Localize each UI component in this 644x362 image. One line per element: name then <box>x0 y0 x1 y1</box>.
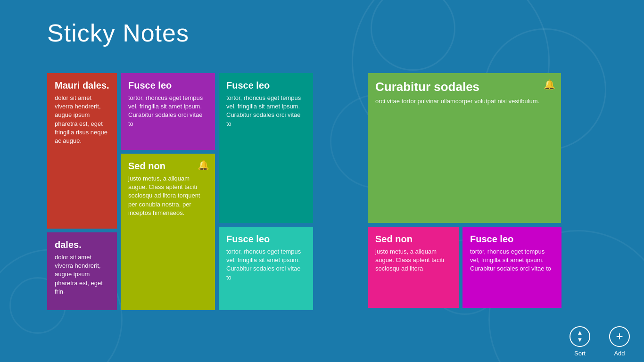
note-sed-non-title: Sed non <box>128 160 207 172</box>
note-fusce1-body: tortor, rhoncus eget tempus vel, fringil… <box>128 94 207 128</box>
page-title: Sticky Notes <box>47 19 189 47</box>
note-sed-non-body: justo metus, a aliquam augue. Class apte… <box>128 174 207 217</box>
note-curabitur-body: orci vitae tortor pulvinar ullamcorper v… <box>375 97 553 106</box>
note-bottom-row: Sed non justo metus, a aliquam augue. Cl… <box>368 227 561 308</box>
note-fusce-magenta[interactable]: Fusce leo tortor, rhoncus eget tempus ve… <box>462 227 561 308</box>
notes-column-1: Fusce leo tortor, rhoncus eget tempus ve… <box>121 73 215 310</box>
note-fusce1[interactable]: Fusce leo tortor, rhoncus eget tempus ve… <box>121 73 215 150</box>
sort-arrows-icon: ▲ ▼ <box>577 329 583 343</box>
note-fusce1-title: Fusce leo <box>128 80 207 91</box>
bell-icon-green: 🔔 <box>544 79 555 90</box>
note-fusce-teal2-body: tortor, rhoncus eget tempus vel, fringil… <box>226 247 305 282</box>
notes-grid: Mauri dales. dolor sit amet viverra hend… <box>47 73 561 310</box>
note-dales-body: dolor sit amet viverra hendrerit, augue … <box>55 253 109 296</box>
note-dales-bottom[interactable]: dales. dolor sit amet viverra hendrerit,… <box>47 232 117 310</box>
note-sed-non2-title: Sed non <box>375 233 451 245</box>
notes-column-0: Mauri dales. dolor sit amet viverra hend… <box>47 73 117 310</box>
note-fusce-teal2-title: Fusce leo <box>226 233 305 245</box>
sort-label: Sort <box>574 350 586 357</box>
sort-icon[interactable]: ▲ ▼ <box>570 326 590 347</box>
add-label: Add <box>614 350 625 357</box>
note-fusce-teal2[interactable]: Fusce leo tortor, rhoncus eget tempus ve… <box>219 227 313 310</box>
add-icon[interactable]: + <box>609 326 630 347</box>
note-fusce-teal-title: Fusce leo <box>226 80 305 91</box>
note-fusce-teal-body: tortor, rhoncus eget tempus vel, fringil… <box>226 94 305 128</box>
note-mauri-title: Mauri dales. <box>55 80 109 91</box>
note-sed-non2[interactable]: Sed non justo metus, a aliquam augue. Cl… <box>368 227 459 308</box>
sort-button[interactable]: ▲ ▼ Sort <box>570 326 590 357</box>
note-sed-non2-body: justo metus, a aliquam augue. Class apte… <box>375 247 451 273</box>
add-button[interactable]: + Add <box>609 326 630 357</box>
note-fusce-teal[interactable]: Fusce leo tortor, rhoncus eget tempus ve… <box>219 73 313 223</box>
notes-column-3: 🔔 Curabitur sodales orci vitae tortor pu… <box>368 73 561 310</box>
note-mauri-body: dolor sit amet viverra hendrerit, augue … <box>55 94 109 145</box>
note-dales-title: dales. <box>55 239 109 250</box>
note-fusce-magenta-body: tortor, rhoncus eget tempus vel, fringil… <box>470 247 554 273</box>
note-curabitur-title: Curabitur sodales <box>375 80 553 94</box>
gap-column <box>317 73 364 310</box>
note-mauri[interactable]: Mauri dales. dolor sit amet viverra hend… <box>47 73 117 229</box>
bottom-toolbar: ▲ ▼ Sort + Add <box>503 321 644 362</box>
note-fusce-magenta-title: Fusce leo <box>470 233 554 245</box>
note-sed-non[interactable]: 🔔 Sed non justo metus, a aliquam augue. … <box>121 154 215 310</box>
bell-icon: 🔔 <box>198 159 209 171</box>
note-curabitur[interactable]: 🔔 Curabitur sodales orci vitae tortor pu… <box>368 73 561 223</box>
notes-column-2: Fusce leo tortor, rhoncus eget tempus ve… <box>219 73 313 310</box>
